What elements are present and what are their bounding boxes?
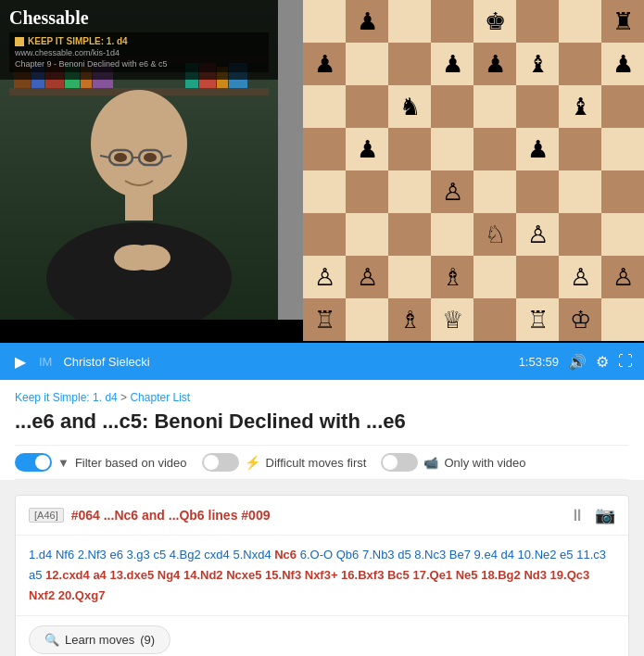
settings-icon[interactable]: ⚙ [596, 353, 609, 371]
chess-square-6-2 [388, 256, 431, 298]
filter-video-toggle[interactable] [15, 453, 52, 472]
chess-square-5-1 [346, 213, 388, 256]
chess-square-5-3 [431, 213, 474, 256]
eco-badge: [A46] [29, 508, 64, 523]
breadcrumb-section[interactable]: Chapter List [130, 391, 190, 404]
chess-square-4-5 [516, 170, 559, 213]
video-overlay-header: Chessable KEEP IT SIMPLE: 1. d4 www.ches… [0, 0, 278, 80]
chess-square-2-4 [474, 85, 516, 128]
chess-square-5-0 [303, 213, 346, 256]
learn-moves-label: Learn moves [65, 633, 134, 647]
chess-square-0-4: ♚ [474, 0, 516, 43]
video-camera-icon: 📹 [423, 456, 438, 470]
only-video-label: Only with video [444, 456, 525, 470]
pause-icon[interactable]: ⏸ [569, 506, 586, 525]
chess-square-1-0: ♟ [303, 43, 346, 85]
moves-section: 1.d4 Nf6 2.Nf3 e6 3.g3 c5 4.Bg2 cxd4 5.N… [16, 536, 628, 616]
moves-part-1: 1.d4 Nf6 2.Nf3 e6 3.g3 c5 4.Bg2 cxd4 5.N… [29, 548, 274, 561]
only-video-toggle[interactable] [381, 453, 418, 472]
filter-video-label: Filter based on video [75, 456, 187, 470]
search-icon: 🔍 [44, 633, 59, 647]
book-chapter: Chapter 9 - Benoni Declined with e6 & c5 [15, 59, 263, 69]
play-button[interactable]: ▶ [11, 349, 30, 374]
chessable-logo: Chessable [9, 7, 269, 29]
chess-square-3-6 [559, 128, 601, 170]
chess-square-6-0: ♙ [303, 256, 346, 298]
svg-point-21 [144, 153, 157, 162]
chess-square-2-3 [431, 85, 474, 128]
svg-point-27 [130, 245, 170, 271]
presenter-name-label: Christof Sielecki [63, 355, 509, 369]
chess-square-0-1: ♟ [346, 0, 388, 43]
chess-square-0-3 [431, 0, 474, 43]
card-controls: ⏸ 📷 [569, 505, 615, 525]
chess-square-0-6 [559, 0, 601, 43]
toggle-knob-video [35, 455, 50, 470]
book-url: www.chessable.com/kis-1d4 [15, 48, 263, 57]
page-title: ...e6 and ...c5: Benoni Declined with ..… [15, 410, 629, 434]
card-wrapper: [A46] #064 ...Nc6 and ...Qb6 lines #009 … [0, 480, 644, 656]
svg-point-20 [114, 153, 127, 162]
video-icon[interactable]: 📷 [595, 505, 615, 525]
chess-square-7-7 [601, 298, 644, 341]
chapter-title: #064 ...Nc6 and ...Qb6 lines #009 [71, 508, 562, 523]
chess-square-1-2 [388, 43, 431, 85]
book-title: KEEP IT SIMPLE: 1. d4 [15, 36, 263, 46]
moves-part-4: 12.cxd4 a4 13.dxe5 Ng4 14.Nd2 Ncxe5 15.N… [29, 568, 589, 602]
video-section: Chessable KEEP IT SIMPLE: 1. d4 www.ches… [0, 0, 644, 343]
breadcrumb: Keep it Simple: 1. d4 > Chapter List [15, 391, 629, 404]
chess-square-7-1 [346, 298, 388, 341]
chess-square-3-5: ♟ [516, 128, 559, 170]
chess-square-3-7 [601, 128, 644, 170]
chess-board: ♟♚♜♟♟♟♝♟♞♝♟♟♙♘♙♙♙♗♙♙♖♗♕♖♔ [303, 0, 644, 341]
control-icons: 🔊 ⚙ ⛶ [568, 353, 633, 371]
difficulty-icon: ⚡ [245, 455, 260, 470]
learn-moves-count: (9) [140, 633, 155, 647]
chess-square-6-6: ♙ [559, 256, 601, 298]
book-info: KEEP IT SIMPLE: 1. d4 www.chessable.com/… [9, 32, 269, 72]
chess-square-4-0 [303, 170, 346, 213]
chess-square-3-0 [303, 128, 346, 170]
chess-square-2-5 [516, 85, 559, 128]
learn-moves-button[interactable]: 🔍 Learn moves (9) [29, 625, 170, 654]
difficult-first-toggle[interactable] [202, 453, 239, 472]
chess-square-6-4 [474, 256, 516, 298]
chess-board-container: ♟♚♜♟♟♟♝♟♞♝♟♟♙♘♙♙♙♗♙♙♖♗♕♖♔ [278, 0, 644, 320]
chess-square-2-6: ♝ [559, 85, 601, 128]
chess-square-3-4 [474, 128, 516, 170]
chess-square-6-1: ♙ [346, 256, 388, 298]
chess-square-7-5: ♖ [516, 298, 559, 341]
breadcrumb-separator: > [120, 391, 127, 404]
presenter-video: Chessable KEEP IT SIMPLE: 1. d4 www.ches… [0, 0, 278, 320]
chess-square-4-4 [474, 170, 516, 213]
chess-square-6-3: ♗ [431, 256, 474, 298]
chess-square-1-7: ♟ [601, 43, 644, 85]
book-icon [15, 37, 24, 46]
chess-square-0-7: ♜ [601, 0, 644, 43]
volume-icon[interactable]: 🔊 [568, 353, 587, 371]
card-header: [A46] #064 ...Nc6 and ...Qb6 lines #009 … [16, 496, 628, 536]
chess-square-0-0 [303, 0, 346, 43]
difficult-first-item: ⚡ Difficult moves first [202, 453, 367, 472]
only-video-item: 📹 Only with video [381, 453, 525, 472]
chess-square-7-3: ♕ [431, 298, 474, 341]
fullscreen-icon[interactable]: ⛶ [618, 353, 633, 370]
breadcrumb-course[interactable]: Keep it Simple: 1. d4 [15, 391, 118, 404]
chess-square-7-4 [474, 298, 516, 341]
chess-square-5-2 [388, 213, 431, 256]
toggle-knob-difficult [204, 455, 219, 470]
time-display: 1:53:59 [519, 355, 559, 369]
learn-section: 🔍 Learn moves (9) [16, 616, 628, 656]
svg-point-14 [91, 90, 187, 197]
chess-square-5-6 [559, 213, 601, 256]
filter-row: ▼ Filter based on video ⚡ Difficult move… [15, 445, 629, 480]
filter-video-item: ▼ Filter based on video [15, 453, 187, 472]
chess-square-2-7 [601, 85, 644, 128]
chess-square-5-7 [601, 213, 644, 256]
difficult-first-label: Difficult moves first [266, 456, 367, 470]
chess-square-0-2 [388, 0, 431, 43]
chess-square-1-6 [559, 43, 601, 85]
chess-square-5-5: ♙ [516, 213, 559, 256]
chess-square-4-1 [346, 170, 388, 213]
content-section: Keep it Simple: 1. d4 > Chapter List ...… [0, 380, 644, 480]
